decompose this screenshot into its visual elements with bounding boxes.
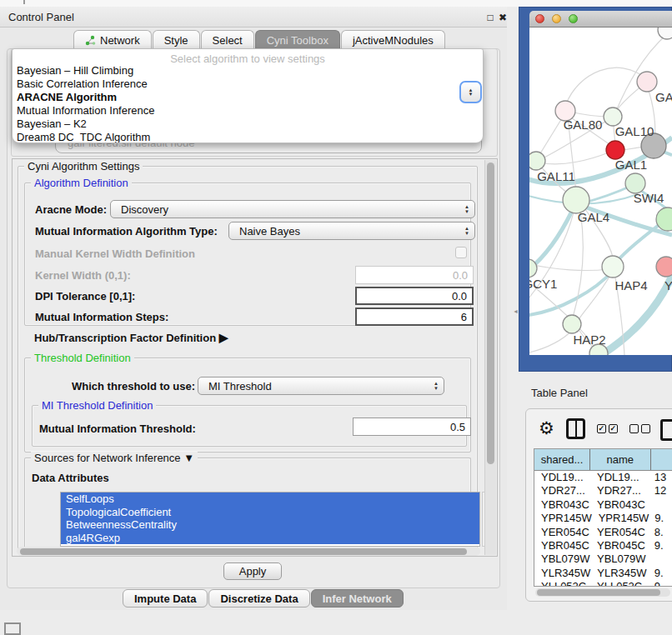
control-panel-title: Control Panel [8,11,74,23]
table-row[interactable]: YPR145WYPR145W9. [534,512,672,525]
node-label: GCY1 [529,277,557,291]
select-all-columns-icon[interactable]: ✓✓ [597,424,618,433]
table-panel-title: Table Panel [531,387,588,399]
float-window-icon[interactable]: □ [484,11,497,24]
node-cut-right[interactable] [656,208,672,231]
manual-kernel-checkbox[interactable] [455,247,467,258]
mi-type-value: Naive Bayes [229,225,459,238]
table-row[interactable]: YDR27...YDR27...12 [534,484,672,498]
node-salmon[interactable] [656,257,672,277]
columns-icon[interactable] [566,418,585,439]
node-gal1-red[interactable] [606,141,624,159]
network-graph: GAL GAL80 GAL10 GAL1 GAL11 SWI4 GAL4 GCY… [529,28,672,355]
dpi-tolerance-field[interactable]: 0.0 [355,287,474,305]
aracne-mode-label: Aracne Mode: [35,203,107,216]
sources-group: Sources for Network Inference ▼ Data Att… [24,458,471,551]
tab-discretize-data[interactable]: Discretize Data [208,589,309,608]
node-cut-top[interactable] [658,28,672,39]
tab-network[interactable]: Network [73,30,152,49]
table-row[interactable]: YBR043CYBR043C [534,498,672,512]
column-header-name[interactable]: name [590,449,651,470]
splitter-handle[interactable]: ◄ [513,308,516,313]
node-label: GAL10 [615,124,654,138]
mac-zoom-icon[interactable] [569,14,578,23]
mi-threshold-group: MI Threshold Definition Mutual Informati… [32,405,467,447]
node-label: Y [664,278,672,292]
tab-infer-network[interactable]: Infer Network [311,589,404,608]
node-label: GAL80 [564,118,603,132]
mi-type-combobox[interactable]: Naive Bayes ▲▼ [228,222,475,240]
settings-vertical-scrollbar[interactable] [484,160,496,555]
tab-jactivemnodules[interactable]: jActiveMNodules [341,30,445,49]
which-threshold-value: MI Threshold [198,380,429,392]
mac-close-icon[interactable] [535,14,544,23]
node-hap4[interactable] [602,256,624,278]
control-panel-tabs: Network Style Select Cyni Toolbox jActiv… [73,30,445,49]
node-label: HAP2 [573,332,605,347]
column-header-cut[interactable] [651,449,672,470]
algorithm-option-selected[interactable]: ARACNE Algorithm [13,91,483,104]
threshold-definition-group: Threshold Definition Which threshold to … [24,358,471,452]
table-row[interactable]: YLL052CYLL052C9 [534,580,672,587]
close-window-icon[interactable]: ✖ [496,11,509,24]
column-header-shared-name[interactable]: shared... [534,449,590,470]
sources-group-title[interactable]: Sources for Network Inference ▼ [31,452,198,464]
apply-button[interactable]: Apply [223,562,282,580]
mi-threshold-field[interactable]: 0.5 [353,418,471,436]
mac-minimize-icon[interactable] [552,14,561,23]
which-threshold-combobox[interactable]: MI Threshold ▲▼ [198,377,444,395]
top-strip [0,0,672,7]
kernel-width-field[interactable]: 0.0 [355,266,474,284]
node-gal-pink[interactable] [637,72,657,92]
settings-horizontal-scrollbar[interactable] [17,547,480,556]
node-hap2[interactable] [563,315,581,333]
algorithm-option[interactable]: Bayesian – K2 [13,118,483,131]
mi-steps-field[interactable]: 6 [355,308,474,326]
attribute-item-selected[interactable]: gal4RGexp [61,532,479,545]
cyni-settings-area: Cyni Algorithm Settings Algorithm Defini… [12,158,498,557]
gear-icon[interactable]: ⚙ [539,419,554,438]
node-gal10[interactable] [604,108,622,126]
tab-impute-data[interactable]: Impute Data [123,589,208,608]
network-window-titlebar[interactable] [529,11,672,28]
network-canvas[interactable]: GAL GAL80 GAL10 GAL1 GAL11 SWI4 GAL4 GCY… [529,28,672,355]
collapsed-panel-icon[interactable] [4,622,21,635]
node-label: GAL4 [578,210,609,224]
attribute-item-selected[interactable]: SelfLoops [61,492,479,506]
tab-select[interactable]: Select [201,30,254,49]
table-row[interactable]: YDL19...YDL19...13 [534,471,672,484]
combo-arrows-icon: ▲▼ [459,227,474,236]
hub-definition-toggle[interactable]: Hub/Transcription Factor Definition ▶ [34,331,228,344]
algorithm-option[interactable]: Basic Correlation Inference [13,78,483,91]
mi-threshold-label: Mutual Information Threshold: [39,422,196,435]
function-builder-icon[interactable] [660,419,672,441]
table-horizontal-scrollbar[interactable] [535,588,670,597]
top-tick [23,0,25,4]
node-gal11[interactable] [529,152,545,170]
kernel-width-label: Kernel Width (0,1): [35,269,131,282]
table-row[interactable]: YLR345WYLR345W9. [534,567,672,580]
data-attributes-label: Data Attributes [32,472,109,484]
deselect-all-columns-icon[interactable] [629,424,650,433]
aracne-mode-combobox[interactable]: Discovery ▲▼ [110,200,475,218]
algorithm-option[interactable]: Dream8 DC_TDC Algorithm [13,131,483,143]
table-row[interactable]: YBR045CYBR045C9. [534,539,672,552]
node-label: HAP4 [614,278,647,292]
dpi-tolerance-label: DPI Tolerance [0,1]: [35,290,135,302]
algorithm-option[interactable]: Mutual Information Inference [13,104,483,118]
node-table: shared... name YDL19...YDL19...13 YDR27.… [534,448,672,587]
mi-threshold-group-title: MI Threshold Definition [38,399,156,412]
tab-cyni-toolbox[interactable]: Cyni Toolbox [255,30,340,49]
table-row[interactable]: YBL079WYBL079W [534,552,672,566]
attribute-item-selected[interactable]: BetweennessCentrality [61,518,479,532]
algorithm-combobox-stepper[interactable]: ▲▼ [459,81,482,103]
algorithm-option[interactable]: Bayesian – Hill Climbing [13,64,483,78]
algorithm-definition-group: Algorithm Definition Aracne Mode: Discov… [24,182,471,326]
network-icon [85,35,96,46]
data-attributes-list[interactable]: SelfLoops TopologicalCoefficient Between… [60,492,480,547]
tab-style[interactable]: Style [153,30,200,49]
screen: Control Panel □ ✖ Network Style Select C… [0,0,672,635]
table-row[interactable]: YER054CYER054C8. [534,526,672,539]
attribute-item-selected[interactable]: TopologicalCoefficient [61,506,479,519]
aracne-mode-value: Discovery [111,203,459,216]
